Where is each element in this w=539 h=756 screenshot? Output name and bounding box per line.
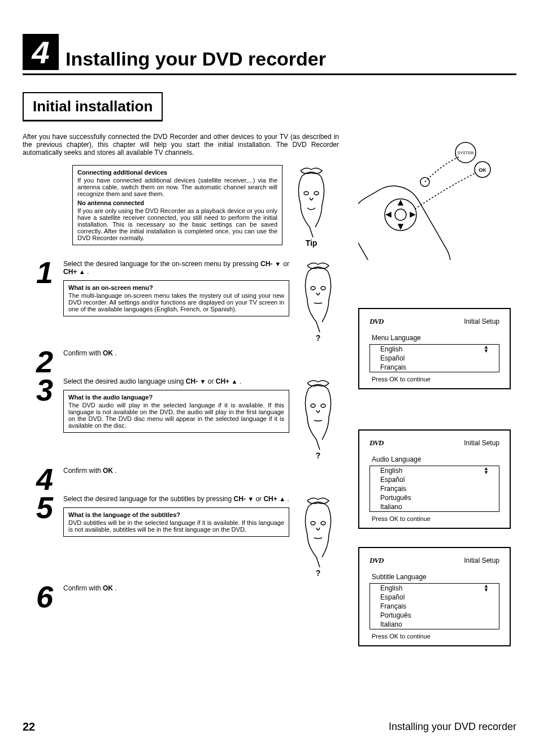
svg-point-10 [395,209,406,220]
osd-footer: Press OK to continue [370,515,499,522]
list-item: Español [380,354,405,362]
tip-heading-2: No antenna connected [77,199,277,206]
list-item: English [380,584,402,592]
intro-text: After you have successfully connected th… [23,133,339,157]
osd-subtitle-language: DVD Initial Setup Subtitle Language Engl… [358,547,511,646]
page-footer: 22 Installing your DVD recorder [23,720,516,733]
up-arrow-icon: ▲ [231,378,237,385]
question-illustration-3: ? [293,495,344,577]
step-6-text: Confirm with OK . [63,584,289,592]
remote-illustration: SYSTEM OK [358,136,511,262]
svg-point-3 [321,286,325,290]
infobox-title: What is the language of the subtitles? [68,511,284,518]
face-icon [297,260,339,332]
osd-list: English▲▼ Español Français Português Ita… [370,583,499,629]
list-item: Español [380,593,405,601]
svg-point-4 [311,404,315,407]
list-item: Italiano [380,620,402,628]
footer-title: Installing your DVD recorder [389,721,516,733]
list-item: Italiano [380,503,402,511]
question-mark-1: ? [316,333,321,342]
section-title: Initial installation [23,92,163,121]
infobox-body: The multi-language on-screen menu takes … [68,292,284,312]
svg-point-5 [321,404,325,407]
list-item: Français [380,602,406,610]
svg-point-6 [311,522,315,525]
step-1-infobox: What is an on-screen menu? The multi-lan… [63,280,289,316]
osd-list: English▲▼ Español Français [370,344,499,372]
scroll-arrows-icon: ▲▼ [484,584,489,592]
chapter-title: Installing your DVD recorder [66,48,326,70]
list-item: Português [380,494,411,502]
step-number-6: 6 [23,584,63,610]
infobox-body: The DVD audio will play in the selected … [68,402,284,429]
system-button-label: SYSTEM [458,151,474,155]
step-number-1: 1 [23,260,63,286]
question-illustration-1: ? [293,260,344,342]
svg-rect-8 [358,176,460,260]
tip-box: Connecting additional devices If you hav… [72,165,282,245]
svg-point-2 [311,286,315,290]
step-5-text: Select the desired language for the subt… [63,495,289,503]
down-arrow-icon: ▼ [200,378,206,385]
step-number-3: 3 [23,377,63,403]
step-1-text: Select the desired language for the on-s… [63,260,289,276]
scroll-arrows-icon: ▲▼ [484,467,489,475]
osd-footer: Press OK to continue [370,633,499,640]
list-item: Français [380,363,406,371]
page-number: 22 [23,720,35,733]
down-arrow-icon: ▼ [275,260,281,267]
face-icon [297,377,339,450]
question-illustration-2: ? [293,377,344,460]
down-arrow-icon: ▼ [247,496,254,502]
step-4-text: Confirm with OK . [63,467,289,475]
chapter-header: 4 Installing your DVD recorder [23,34,516,75]
scroll-arrows-icon: ▲▼ [484,345,489,353]
osd-subtitle: Menu Language [370,334,499,342]
list-item: English [380,467,402,475]
infobox-title: What is an on-screen menu? [68,284,284,291]
osd-title: Initial Setup [464,439,499,447]
tip-heading-1: Connecting additional devices [77,169,277,176]
face-icon [297,495,339,567]
tip-label: Tip [306,238,318,247]
question-mark-2: ? [316,451,321,460]
list-item: English [380,345,402,353]
up-arrow-icon: ▲ [279,496,285,502]
osd-title: Initial Setup [464,557,499,564]
osd-subtitle: Subtitle Language [370,573,499,581]
face-icon [290,165,332,237]
dvd-logo: DVD [370,317,383,326]
dvd-logo: DVD [370,556,383,565]
list-item: Français [380,485,406,493]
osd-list: English▲▼ Español Français Português Ita… [370,466,499,512]
question-mark-3: ? [316,568,321,577]
tip-body-1: If you have connected additional devices… [77,177,277,197]
tip-illustration: Tip [286,165,337,247]
step-2-text: Confirm with OK . [63,349,289,357]
svg-point-0 [304,192,308,195]
osd-menu-language: DVD Initial Setup Menu Language English▲… [358,308,511,389]
ok-button-label: OK [479,167,486,173]
osd-subtitle: Audio Language [370,455,499,463]
infobox-title: What is the audio language? [68,394,284,401]
tip-body-2: If you are only using the DVD Recorder a… [77,207,277,241]
osd-audio-language: DVD Initial Setup Audio Language English… [358,429,511,529]
step-number-5: 5 [23,495,63,521]
step-number-4: 4 [23,467,63,493]
infobox-body: DVD subtitles will be in the selected la… [68,519,284,533]
dvd-logo: DVD [370,438,383,447]
step-number-2: 2 [23,349,63,375]
list-item: Português [380,611,411,619]
up-arrow-icon: ▲ [79,268,85,275]
svg-point-7 [321,522,325,525]
step-3-infobox: What is the audio language? The DVD audi… [63,390,289,433]
step-5-infobox: What is the language of the subtitles? D… [63,507,289,537]
list-item: Español [380,476,405,484]
osd-footer: Press OK to continue [370,376,499,383]
svg-point-1 [314,192,319,195]
osd-title: Initial Setup [464,318,499,325]
step-3-text: Select the desired audio language using … [63,377,289,385]
chapter-number-box: 4 [23,34,59,70]
